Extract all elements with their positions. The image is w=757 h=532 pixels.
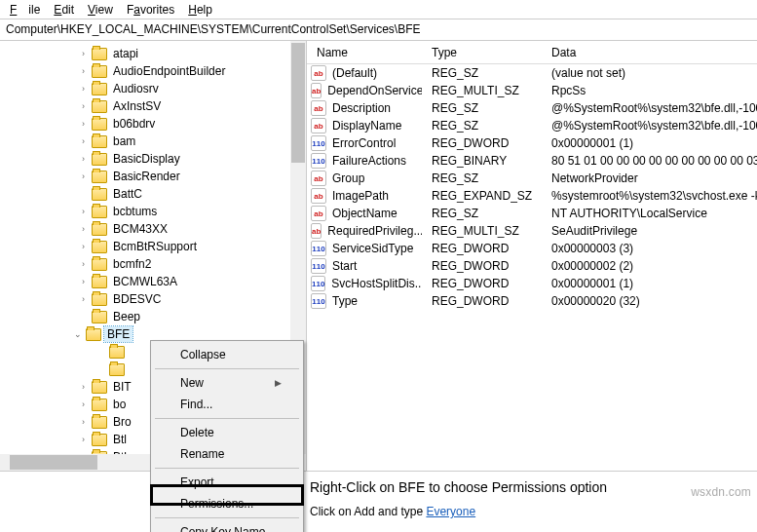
col-type[interactable]: Type xyxy=(422,42,542,63)
chevron-right-icon[interactable]: › xyxy=(78,49,89,59)
tree-node[interactable]: ›Audiosrv xyxy=(78,80,306,97)
folder-icon xyxy=(92,153,107,166)
string-value-icon: ab xyxy=(311,188,326,204)
chevron-right-icon[interactable]: › xyxy=(78,154,89,165)
value-name: Type xyxy=(332,294,358,308)
tree-node[interactable]: ›BCM43XX xyxy=(78,220,306,238)
folder-icon xyxy=(92,135,107,148)
ctx-delete[interactable]: Delete xyxy=(153,422,301,443)
tree-node[interactable]: ›AxInstSV xyxy=(78,97,306,115)
tree-node[interactable]: ›bcbtums xyxy=(78,203,306,220)
ctx-new[interactable]: New▶ xyxy=(153,372,301,394)
tree-label: BcmBtRSupport xyxy=(110,239,200,254)
chevron-right-icon[interactable]: › xyxy=(78,259,89,270)
tree-node[interactable]: ›BasicRender xyxy=(78,168,306,185)
tree-node[interactable]: ›BDESVC xyxy=(78,290,306,308)
tree-label: b06bdrv xyxy=(110,116,158,132)
tree-node[interactable]: ›BcmBtRSupport xyxy=(78,238,306,255)
chevron-down-icon[interactable]: ⌄ xyxy=(72,329,83,340)
tree-node[interactable]: ›bcmfn2 xyxy=(78,255,306,273)
tree-label: BasicRender xyxy=(110,169,183,184)
value-name: SvcHostSplitDis... xyxy=(331,277,422,290)
chevron-right-icon[interactable]: › xyxy=(78,417,89,428)
string-value-icon: ab xyxy=(311,223,322,239)
instructions: Right-Click on BFE to choose Permissions… xyxy=(0,471,757,522)
folder-icon xyxy=(92,434,107,446)
folder-icon xyxy=(92,188,107,201)
chevron-right-icon[interactable]: › xyxy=(78,119,89,130)
menu-edit[interactable]: Edit xyxy=(48,1,80,19)
watermark: wsxdn.com xyxy=(691,485,751,499)
tree-label: Audiosrv xyxy=(110,81,162,96)
tree-label: bo xyxy=(110,397,129,412)
chevron-right-icon[interactable]: › xyxy=(78,171,89,182)
chevron-right-icon[interactable]: › xyxy=(78,294,89,305)
tree-node[interactable]: BattC xyxy=(78,185,306,203)
tree-node[interactable]: ›BCMWL63A xyxy=(78,273,306,290)
values-panel: Name Type Data ab(Default)REG_SZ(value n… xyxy=(307,41,757,471)
chevron-right-icon[interactable]: › xyxy=(78,399,89,410)
folder-icon xyxy=(92,171,107,183)
menu-favorites[interactable]: Favorites xyxy=(121,1,180,19)
tree-node[interactable]: ›b06bdrv xyxy=(78,115,306,133)
chevron-right-icon[interactable]: › xyxy=(78,136,89,147)
folder-icon xyxy=(92,118,107,131)
chevron-right-icon[interactable]: › xyxy=(78,207,89,217)
ctx-rename[interactable]: Rename xyxy=(153,443,301,465)
value-name: DisplayName xyxy=(332,119,401,133)
folder-icon xyxy=(86,328,101,341)
value-name: FailureActions xyxy=(332,154,406,168)
h-scroll-thumb[interactable] xyxy=(10,455,97,470)
binary-value-icon: 110 xyxy=(311,258,326,274)
chevron-right-icon[interactable]: › xyxy=(78,101,89,112)
value-name: Start xyxy=(332,259,357,273)
value-name: Description xyxy=(332,101,391,115)
chevron-right-icon: ▶ xyxy=(275,378,282,388)
value-name: DependOnService xyxy=(327,84,422,97)
folder-icon xyxy=(92,65,107,78)
folder-icon xyxy=(92,241,107,253)
address-bar[interactable]: Computer\HKEY_LOCAL_MACHINE\SYSTEM\Curre… xyxy=(0,19,757,41)
ctx-collapse[interactable]: Collapse xyxy=(153,344,301,365)
everyone-link[interactable]: Everyone xyxy=(426,505,475,518)
col-name[interactable]: Name xyxy=(307,42,422,63)
tree-label xyxy=(128,368,133,370)
tree-label: BasicDisplay xyxy=(110,151,183,167)
tree-label: AudioEndpointBuilder xyxy=(110,63,228,79)
chevron-right-icon[interactable]: › xyxy=(78,382,89,393)
menu-view[interactable]: View xyxy=(82,1,119,19)
chevron-right-icon[interactable]: › xyxy=(78,66,89,77)
chevron-right-icon[interactable]: › xyxy=(78,435,89,445)
tree-node[interactable]: ›BasicDisplay xyxy=(78,150,306,168)
menu-file[interactable]: File xyxy=(4,1,46,19)
tree-label: BattC xyxy=(110,186,145,202)
tree-label: Btl xyxy=(110,432,130,447)
v-scroll-thumb[interactable] xyxy=(291,43,305,163)
value-name: ServiceSidType xyxy=(332,242,413,255)
folder-icon xyxy=(92,311,107,323)
chevron-right-icon[interactable]: › xyxy=(78,224,89,235)
binary-value-icon: 110 xyxy=(311,241,326,256)
value-name: (Default) xyxy=(332,66,377,80)
tree-node[interactable]: ›atapi xyxy=(78,45,306,62)
binary-value-icon: 110 xyxy=(311,276,325,291)
binary-value-icon: 110 xyxy=(311,153,326,169)
tree-label: BCMWL63A xyxy=(110,274,180,289)
ctx-export[interactable]: Export xyxy=(153,472,301,493)
col-data[interactable]: Data xyxy=(542,42,757,63)
tree-node[interactable]: ›bam xyxy=(78,133,306,150)
chevron-right-icon[interactable]: › xyxy=(78,242,89,252)
binary-value-icon: 110 xyxy=(311,293,326,309)
value-row[interactable]: 110TypeREG_DWORD0x00000020 (32) xyxy=(307,292,757,310)
menu-help[interactable]: Help xyxy=(182,1,218,19)
chevron-right-icon[interactable]: › xyxy=(78,277,89,287)
tree-label: BIT xyxy=(110,379,134,395)
chevron-right-icon[interactable]: › xyxy=(78,84,89,95)
folder-icon xyxy=(92,416,107,429)
ctx-copykey[interactable]: Copy Key Name xyxy=(153,521,301,532)
ctx-permissions[interactable]: Permissions... xyxy=(153,493,301,514)
value-name: ObjectName xyxy=(332,207,397,220)
tree-node[interactable]: Beep xyxy=(78,308,306,325)
ctx-find[interactable]: Find... xyxy=(153,394,301,415)
tree-node[interactable]: ›AudioEndpointBuilder xyxy=(78,62,306,80)
